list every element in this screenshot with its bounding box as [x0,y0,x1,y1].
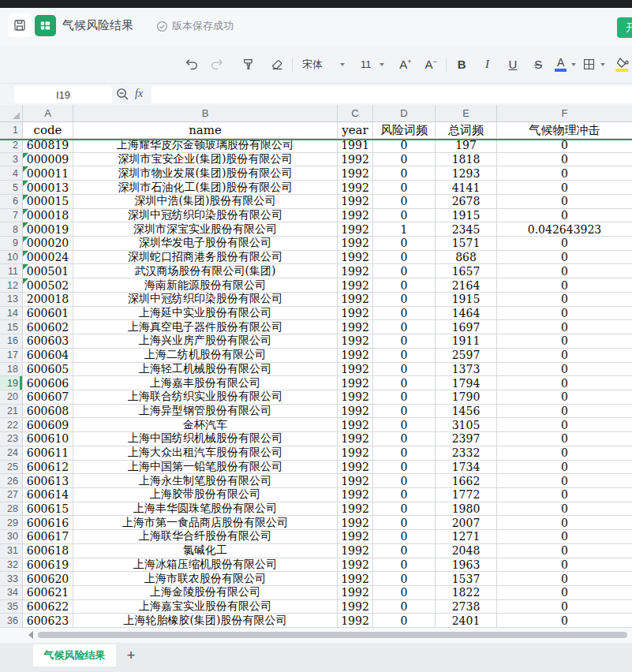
cell-year[interactable]: 1992 [338,293,373,307]
row-header-35[interactable]: 35 [0,600,23,614]
cell-impact[interactable]: 0 [497,237,632,251]
column-header-C[interactable]: C [338,105,373,121]
cell-name[interactable]: 上海大众出租汽车股份有限公司 [73,446,338,461]
share-button[interactable]: 开 [617,17,632,38]
cell-name[interactable]: 上海市联农股份有限公司 [73,572,338,586]
cell-code[interactable]: 600613 [23,474,73,488]
font-size-select[interactable]: 11 [356,54,389,75]
row-header-19[interactable]: 19 [0,376,23,390]
redo-button[interactable] [207,54,227,75]
cell-code[interactable]: 600607 [23,390,73,405]
cell-name[interactable]: 武汉商场股份有限公司(集团) [73,264,338,278]
font-name-select[interactable]: 宋体 [297,54,350,75]
cell-year[interactable]: 1991 [338,139,373,153]
cell-total[interactable]: 1734 [436,461,497,475]
row-header-10[interactable]: 10 [0,251,23,265]
row-header-31[interactable]: 31 [0,544,23,558]
row-header-30[interactable]: 30 [0,530,23,544]
cell-impact[interactable]: 0 [497,488,632,502]
cell-code[interactable]: 600602 [23,320,73,334]
cell-impact[interactable]: 0 [497,181,632,195]
cell-impact[interactable]: 0 [497,461,632,475]
header-cell-impact[interactable]: 气候物理冲击 [497,122,632,139]
select-all-corner[interactable] [0,105,23,121]
row-header-4[interactable]: 4 [0,166,23,181]
cell-year[interactable]: 1992 [338,251,373,265]
cell-code[interactable]: 000502 [23,278,73,293]
cell-code[interactable]: 600622 [23,600,73,614]
row-header-29[interactable]: 29 [0,516,23,530]
cell-impact[interactable]: 0 [497,278,632,293]
row-header-8[interactable]: 8 [0,222,23,237]
row-header-32[interactable]: 32 [0,558,23,573]
row-header-17[interactable]: 17 [0,349,23,363]
cell-year[interactable]: 1992 [338,278,373,293]
undo-button[interactable] [181,54,202,75]
cell-year[interactable]: 1992 [338,264,373,278]
cell-impact[interactable]: 0 [497,139,632,153]
cell-total[interactable]: 2007 [436,516,497,530]
cell-code[interactable]: 600610 [23,432,73,446]
cell-risk[interactable]: 0 [373,307,436,321]
cell-risk[interactable]: 0 [373,461,436,475]
cell-total[interactable]: 868 [436,251,497,265]
font-color-button[interactable]: A [555,54,576,75]
cell-impact[interactable]: 0 [497,195,632,209]
sheet-tab-active[interactable]: 气候风险结果 [33,644,116,666]
cell-impact[interactable]: 0 [497,418,632,432]
cell-name[interactable]: 深圳市石油化工(集团)股份有限公司 [73,181,338,195]
cell-name[interactable]: 上海中国纺织机械股份有限公司 [73,432,338,446]
column-header-D[interactable]: D [373,105,436,121]
cell-year[interactable]: 1992 [338,474,373,488]
cell-total[interactable]: 1537 [436,572,497,586]
row-header-21[interactable]: 21 [0,405,23,419]
cell-name[interactable]: 上海嘉宝实业股份有限公司 [73,600,338,614]
cell-name[interactable]: 上海冰箱压缩机股份有限公司 [73,558,338,573]
cell-risk[interactable]: 0 [373,390,436,405]
cell-year[interactable]: 1992 [338,195,373,209]
cell-code[interactable]: 600615 [23,502,73,517]
fx-button[interactable]: fx [135,88,143,100]
cell-impact[interactable]: 0 [497,153,632,167]
cell-risk[interactable]: 0 [373,586,436,600]
cell-year[interactable]: 1992 [338,334,373,349]
row-header-18[interactable]: 18 [0,363,23,377]
cell-impact[interactable]: 0 [497,614,632,628]
cell-total[interactable]: 1657 [436,264,497,278]
cell-total[interactable]: 1818 [436,153,497,167]
cell-impact[interactable]: 0 [497,307,632,321]
cell-risk[interactable]: 0 [373,600,436,614]
cell-risk[interactable]: 0 [373,278,436,293]
row-header-33[interactable]: 33 [0,572,23,586]
cell-risk[interactable]: 0 [373,516,436,530]
cell-total[interactable]: 1790 [436,390,497,405]
cell-total[interactable]: 1915 [436,293,497,307]
cell-impact[interactable]: 0 [497,251,632,265]
cell-total[interactable]: 1772 [436,488,497,502]
cell-name[interactable]: 深圳中浩(集团)股份有限公司 [73,195,338,209]
cell-name[interactable]: 上海金陵股份有限公司 [73,586,338,600]
row-header-7[interactable]: 7 [0,209,23,223]
scroll-left-arrow-icon[interactable] [28,631,33,639]
row-header-16[interactable]: 16 [0,334,23,349]
row-header-6[interactable]: 6 [0,195,23,209]
cell-total[interactable]: 1293 [436,166,497,181]
row-header-34[interactable]: 34 [0,586,23,600]
cell-name[interactable]: 深圳蛇口招商港务股份有限公司 [73,251,338,265]
cell-code[interactable]: 600603 [23,334,73,349]
cell-total[interactable]: 1963 [436,558,497,573]
cell-code[interactable]: 600623 [23,614,73,628]
cell-risk[interactable]: 0 [373,264,436,278]
cell-risk[interactable]: 0 [373,474,436,488]
cell-risk[interactable]: 0 [373,181,436,195]
cell-year[interactable]: 1992 [338,432,373,446]
cell-name[interactable]: 深圳中冠纺织印染股份有限公司 [73,293,338,307]
cell-total[interactable]: 3105 [436,418,497,432]
cell-name[interactable]: 深圳市物业发展(集团)股份有限公司 [73,166,338,181]
cell-code[interactable]: 600612 [23,461,73,475]
cell-code[interactable]: 600616 [23,516,73,530]
row-header-24[interactable]: 24 [0,446,23,461]
fill-color-button[interactable] [611,54,632,75]
cell-year[interactable]: 1992 [338,558,373,573]
cell-name[interactable]: 上海延中实业股份有限公司 [73,307,338,321]
